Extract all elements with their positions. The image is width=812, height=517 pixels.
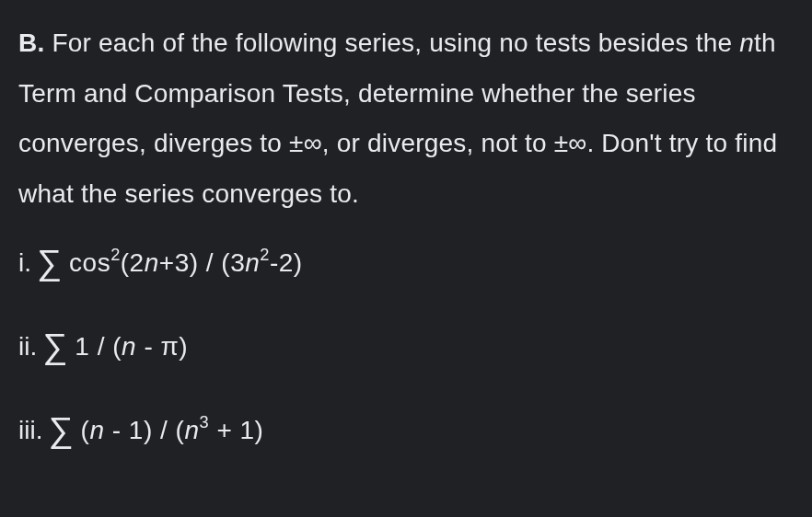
series-list: i. ∑ cos2(2n+3) / (3n2-2) ii. ∑ 1 / (n -…: [18, 236, 794, 458]
expr-var: n: [89, 416, 104, 444]
series-expression: cos2(2n+3) / (3n2-2): [69, 243, 303, 284]
expr-text: +3) / (3: [159, 248, 245, 277]
expr-text: -2): [270, 248, 303, 277]
series-expression: 1 / (n - π): [75, 327, 188, 368]
series-expression: (n - 1) / (n3 + 1): [81, 410, 264, 452]
expr-var: n: [145, 248, 159, 277]
expr-text: cos: [69, 248, 110, 277]
expr-text: - π): [136, 332, 188, 361]
expr-text: (: [81, 416, 90, 444]
expr-superscript: 2: [110, 246, 121, 264]
sigma-icon: ∑: [48, 402, 73, 458]
expr-superscript: 2: [260, 246, 270, 264]
series-item-ii: ii. ∑ 1 / (n - π): [18, 319, 794, 375]
series-item-iii: iii. ∑ (n - 1) / (n3 + 1): [18, 403, 794, 459]
expr-text: 1 / (: [75, 332, 122, 361]
expr-text: + 1): [209, 416, 263, 444]
problem-label: B.: [18, 29, 44, 57]
problem-statement: B. For each of the following series, usi…: [18, 18, 794, 219]
sigma-icon: ∑: [42, 318, 67, 374]
problem-intro-part1: For each of the following series, using …: [44, 29, 739, 57]
expr-text: (2: [121, 248, 145, 277]
series-label: ii.: [18, 327, 37, 368]
expr-superscript: 3: [199, 413, 209, 431]
series-label: i.: [18, 243, 31, 284]
expr-var: n: [245, 248, 260, 277]
series-item-i: i. ∑ cos2(2n+3) / (3n2-2): [18, 236, 794, 292]
expr-var: n: [184, 416, 199, 444]
expr-text: - 1) / (: [104, 416, 184, 444]
series-label: iii.: [18, 410, 42, 452]
sigma-icon: ∑: [37, 235, 62, 291]
expr-var: n: [122, 332, 136, 361]
nth-italic: n: [739, 29, 754, 57]
